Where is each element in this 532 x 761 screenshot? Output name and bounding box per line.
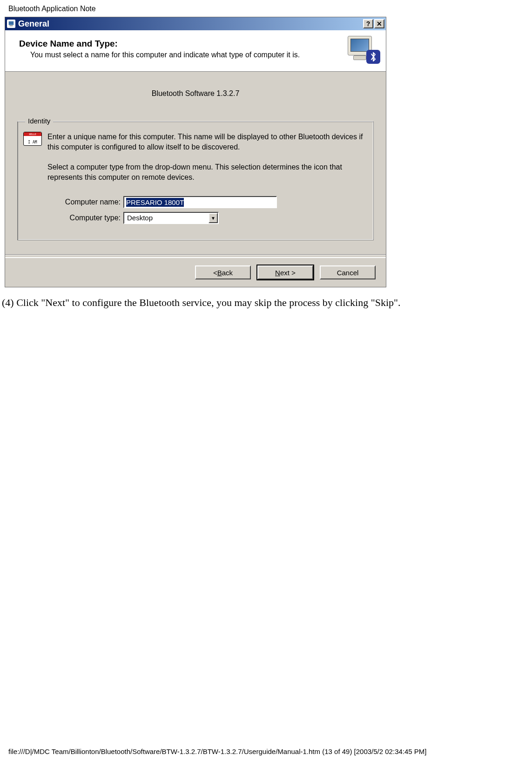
computer-type-value: Desktop bbox=[124, 213, 209, 223]
system-icon bbox=[7, 20, 15, 28]
computer-name-value: PRESARIO 1800T bbox=[126, 198, 184, 207]
titlebar[interactable]: General ? ✕ bbox=[5, 17, 386, 30]
document-header: Bluetooth Application Note bbox=[8, 5, 532, 13]
identity-instruction-2: Select a computer type from the drop-dow… bbox=[47, 162, 368, 182]
software-version-label: Bluetooth Software 1.3.2.7 bbox=[13, 89, 378, 98]
cancel-button[interactable]: Cancel bbox=[320, 265, 376, 279]
general-dialog: General ? ✕ Device Name and Type: You mu… bbox=[5, 17, 386, 287]
header-subtitle: You must select a name for this computer… bbox=[30, 51, 347, 59]
identity-instruction-1: Enter a unique name for this computer. T… bbox=[47, 132, 368, 152]
computer-type-dropdown[interactable]: Desktop ▼ bbox=[123, 212, 219, 224]
name-badge-text: I AM bbox=[28, 140, 37, 144]
next-button[interactable]: Next > bbox=[257, 265, 313, 279]
help-button[interactable]: ? bbox=[363, 19, 373, 28]
identity-fieldset: Identity HELLO I AM Enter a unique name … bbox=[17, 121, 374, 240]
close-button[interactable]: ✕ bbox=[374, 19, 384, 28]
step-instruction: (4) Click "Next" to configure the Blueto… bbox=[2, 297, 532, 309]
content-pane: Bluetooth Software 1.3.2.7 Identity HELL… bbox=[5, 72, 386, 247]
titlebar-title: General bbox=[18, 19, 362, 29]
bluetooth-badge-icon bbox=[366, 50, 380, 64]
svg-rect-0 bbox=[9, 21, 14, 25]
bluetooth-computer-icon bbox=[347, 35, 379, 63]
computer-name-label: Computer name: bbox=[51, 198, 123, 206]
wizard-button-row: < Back Next > Cancel bbox=[5, 257, 386, 287]
computer-type-label: Computer type: bbox=[51, 214, 123, 222]
header-title: Device Name and Type: bbox=[19, 39, 347, 49]
back-button[interactable]: < Back bbox=[195, 265, 251, 279]
fieldset-legend: Identity bbox=[25, 117, 53, 125]
svg-rect-1 bbox=[10, 26, 13, 27]
page-footer: file:///D|/MDC Team/Billionton/Bluetooth… bbox=[8, 747, 427, 755]
name-tag-icon: HELLO I AM bbox=[23, 132, 42, 146]
dropdown-arrow-icon[interactable]: ▼ bbox=[209, 213, 218, 223]
header-pane: Device Name and Type: You must select a … bbox=[5, 30, 386, 72]
computer-name-input[interactable]: PRESARIO 1800T bbox=[123, 196, 277, 208]
button-separator bbox=[5, 254, 386, 255]
